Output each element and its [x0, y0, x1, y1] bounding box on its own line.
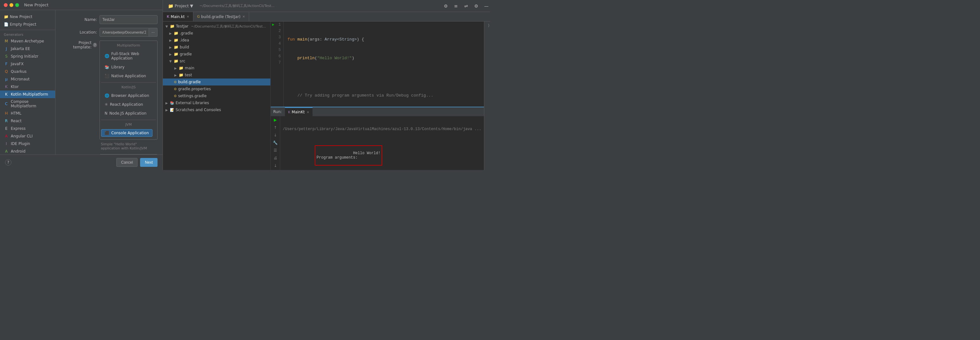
template-description: Simple "Hello World" application with Ko… — [100, 142, 158, 150]
filter-icon[interactable]: ☰ — [273, 148, 278, 153]
footer-left: ? — [5, 159, 11, 166]
sidebar-item-micronaut[interactable]: μ Micronaut — [0, 75, 55, 83]
tree-item-main[interactable]: ▶ 📁 main — [163, 65, 270, 71]
cancel-button[interactable]: Cancel — [116, 158, 138, 167]
ide-editor-tabs: K Main.kt ✕ G build.gradle (TestJar) ✕ — [163, 12, 490, 22]
tree-item-gradle2[interactable]: ▶ 📁 gradle — [163, 51, 270, 58]
template-help-icon[interactable]: ? — [93, 43, 97, 47]
settings-icon[interactable]: ⚙ — [442, 2, 450, 11]
scroll-up-icon[interactable]: ↑ — [273, 125, 278, 130]
sidebar-item-quarkus[interactable]: Q Quarkus — [0, 68, 55, 75]
ide-plugin-icon: I — [4, 141, 9, 146]
run-button-line1[interactable]: ▶ — [270, 22, 276, 28]
dialog-title: New Project — [24, 3, 48, 7]
run-gutter-icon[interactable]: ▶ — [273, 117, 278, 122]
scroll-end-icon[interactable]: ⤓ — [273, 163, 278, 168]
footer-right: Cancel Next — [116, 158, 158, 167]
tree-item-test[interactable]: ▶ 📁 test — [163, 71, 270, 79]
maximize-button[interactable] — [15, 3, 19, 7]
tree-item-idea[interactable]: ▶ 📁 .idea — [163, 37, 270, 44]
print-icon[interactable]: 🖨 — [273, 155, 278, 160]
line-gutter: ▶ 1 2 3 4 — [270, 22, 284, 107]
react-app-icon: ⚛ — [105, 102, 108, 107]
sidebar-item-spring[interactable]: S Spring Initialzr — [0, 52, 55, 60]
bottom-output: /Users/petterp/Library/Java/JavaVirtualM… — [280, 116, 484, 170]
tree-item-gradle[interactable]: ▶ 📁 .gradle — [163, 30, 270, 37]
template-native-application[interactable]: ⬛ Native Application — [101, 72, 152, 80]
sidebar-item-maven-archetype[interactable]: M Maven Archetype — [0, 37, 55, 45]
tree-item-src[interactable]: ▼ 📁 src — [163, 58, 270, 65]
sidebar-item-react[interactable]: R React — [0, 117, 55, 125]
gear-icon[interactable]: ⚙ — [472, 2, 481, 11]
location-input[interactable] — [100, 28, 149, 37]
template-react-app[interactable]: ⚛ React Application — [101, 101, 152, 108]
mainkt-tab-close[interactable]: ✕ — [307, 111, 309, 114]
build-gradle-label: build.gradle (TestJar) — [201, 14, 240, 19]
minus-icon[interactable]: — — [482, 2, 490, 11]
columns-icon[interactable]: ⇌ — [462, 2, 471, 11]
tab-main-kt[interactable]: K Main.kt ✕ — [163, 12, 193, 21]
sidebar-item-javafx[interactable]: F JavaFX — [0, 60, 55, 68]
tree-item-build-gradle-file[interactable]: ▶ ⚙ build.gradle — [163, 79, 270, 85]
gradle2-arrow: ▶ — [169, 52, 172, 56]
sidebar-item-empty-project[interactable]: 📄 Empty Project — [0, 21, 55, 28]
gradle-folder-icon: 📁 — [174, 31, 178, 35]
output-path-line: /Users/petterp/Library/Java/JavaVirtualM… — [283, 127, 482, 131]
sidebar-item-angular[interactable]: A Angular CLI — [0, 132, 55, 140]
code-content[interactable]: fun main(args: Array<String>) { println(… — [284, 22, 484, 107]
tree-item-external-libraries[interactable]: ▶ 📚 External Libraries — [163, 100, 270, 106]
minimize-button[interactable] — [10, 3, 13, 7]
test-folder-icon: 📁 — [179, 73, 183, 77]
project-dropdown-arrow: ▼ — [190, 3, 193, 8]
build-gradle-close[interactable]: ✕ — [242, 15, 245, 18]
tree-item-build[interactable]: ▶ 📁 build — [163, 44, 270, 51]
tree-item-scratches[interactable]: ▶ 📝 Scratches and Consoles — [163, 106, 270, 113]
list-icon[interactable]: ≡ — [452, 2, 461, 11]
gradle-properties-label: gradle.properties — [178, 87, 211, 91]
template-library[interactable]: 📚 Library — [101, 63, 152, 71]
name-row: Name: — [60, 15, 158, 24]
tab-build-gradle[interactable]: G build.gradle (TestJar) ✕ — [193, 12, 249, 21]
tree-root-testjar[interactable]: ▼ 📁 TestJar ~/Documents/工具/解码工具/ActionCl… — [163, 23, 270, 30]
template-separator-2 — [101, 120, 156, 120]
html-icon: H — [4, 111, 9, 116]
bottom-panel: Run: K MainKt ✕ ▶ ↑ ↓ 🔧 ☰ — [270, 107, 484, 170]
line-gutter-1: ▶ 1 — [270, 22, 283, 28]
scroll-down-icon[interactable]: ↓ — [273, 133, 278, 138]
gradle2-label: gradle — [180, 52, 192, 56]
next-button[interactable]: Next — [140, 158, 158, 167]
tree-item-settings-gradle[interactable]: ▶ ⚙ settings.gradle — [163, 92, 270, 100]
sidebar-item-kotlin-multiplatform[interactable]: K Kotlin Multiplatform — [0, 90, 55, 98]
tree-item-gradle-properties[interactable]: ▶ ⚙ gradle.properties — [163, 85, 270, 92]
browse-button[interactable]: ··· — [149, 28, 158, 37]
template-nodejs-app[interactable]: N Node.JS Application — [101, 109, 152, 117]
right-gutter: ⟩ — [484, 22, 490, 170]
build-gradle-file-label: build.gradle — [178, 80, 201, 84]
template-console-application[interactable]: ⬛ Console Application — [101, 129, 153, 137]
project-template-label-group: Project template: ? — [60, 41, 97, 49]
template-browser-app[interactable]: 🌐 Browser Application — [101, 92, 153, 100]
editor-area: ▶ 1 2 3 4 — [270, 22, 484, 170]
sidebar-item-compose-multiplatform[interactable]: C Compose Multiplatform — [0, 98, 55, 109]
main-kt-close[interactable]: ✕ — [187, 15, 189, 18]
sidebar-item-html[interactable]: H HTML — [0, 109, 55, 117]
dialog-help-button[interactable]: ? — [5, 159, 11, 166]
sidebar-item-jakarta-ee[interactable]: J Jakarta EE — [0, 45, 55, 52]
name-label: Name: — [60, 17, 97, 22]
test-arrow: ▶ — [174, 73, 178, 77]
project-dropdown[interactable]: 📁 Project ▼ — [165, 3, 196, 9]
ktor-icon: K — [4, 84, 9, 89]
bottom-tab-mainkt[interactable]: K MainKt ✕ — [285, 107, 312, 116]
sidebar-item-ide-plugin[interactable]: I IDE Plugin — [0, 140, 55, 147]
template-full-stack-web[interactable]: 🌐 Full-Stack Web Application — [101, 50, 156, 62]
sidebar-item-new-project[interactable]: 📁 New Project — [0, 13, 55, 21]
name-input[interactable] — [100, 15, 158, 24]
wrench-icon[interactable]: 🔧 — [273, 140, 278, 145]
sidebar-item-android[interactable]: A Android — [0, 147, 55, 155]
sidebar-item-ktor[interactable]: K Ktor — [0, 83, 55, 90]
right-gutter-icon-1[interactable]: ⟩ — [486, 23, 490, 28]
code-editor[interactable]: ▶ 1 2 3 4 — [270, 22, 484, 107]
sidebar-item-express[interactable]: E Express — [0, 125, 55, 132]
line-gutter-3: 3 — [270, 34, 283, 41]
close-button[interactable] — [4, 3, 8, 7]
